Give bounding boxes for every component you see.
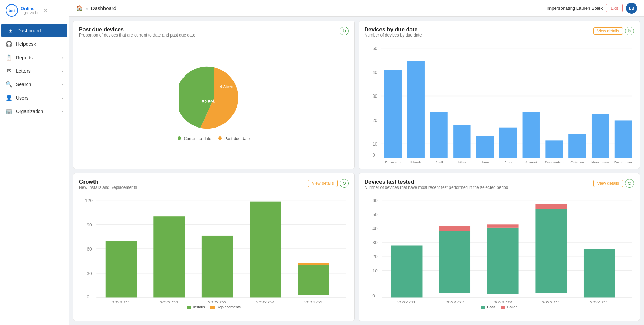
avatar: LB	[626, 3, 637, 14]
card-title: Growth	[79, 179, 137, 185]
card-subtitle: New Installs and Replacements	[79, 185, 137, 190]
svg-text:50: 50	[372, 45, 377, 51]
failed-legend-rect	[501, 306, 505, 309]
logo: bsi Online organization ⊙	[0, 0, 69, 21]
svg-text:30: 30	[372, 93, 377, 99]
dashboard-icon: ⊞	[7, 27, 14, 34]
svg-rect-52	[250, 201, 281, 297]
topbar-right: Impersonating Lauren Bolek Exit LB	[547, 3, 637, 14]
sidebar-item-search[interactable]: 🔍 Search ›	[0, 78, 69, 91]
svg-rect-34	[614, 120, 632, 158]
tested-legend: Pass Failed	[365, 305, 634, 309]
past-due-dot	[218, 136, 222, 140]
refresh-button[interactable]: ↻	[625, 27, 634, 35]
past-due-legend: Past due date	[218, 136, 250, 141]
installs-legend: Installs	[187, 305, 205, 309]
svg-rect-76	[487, 227, 518, 294]
chevron-right-icon: ›	[62, 109, 63, 113]
svg-text:2023 Q3: 2023 Q3	[208, 300, 227, 303]
svg-text:March: March	[410, 160, 421, 163]
sidebar: bsi Online organization ⊙ ⊞ Dashboard 🎧 …	[0, 0, 69, 325]
card-subtitle: Proportion of devices that are current t…	[79, 33, 195, 38]
impersonate-label: Impersonating Lauren Bolek	[547, 6, 603, 11]
sidebar-item-helpdesk[interactable]: 🎧 Helpdesk	[0, 37, 69, 51]
refresh-button[interactable]: ↻	[340, 179, 349, 188]
svg-text:December: December	[614, 160, 632, 163]
svg-rect-20	[453, 125, 470, 158]
svg-text:2023 Q2: 2023 Q2	[445, 300, 464, 303]
sidebar-item-reports[interactable]: 📋 Reports ›	[0, 51, 69, 64]
sidebar-item-dashboard[interactable]: ⊞ Dashboard	[1, 24, 67, 37]
card-subtitle: Number of devices that have most recent …	[365, 185, 508, 190]
exit-button[interactable]: Exit	[606, 4, 623, 12]
bar-chart-container: 120 90 60 30 0 2023 Q1	[79, 194, 349, 315]
svg-text:0: 0	[87, 294, 89, 299]
pie-chart: 52.5% 47.5%	[179, 64, 248, 133]
svg-text:30: 30	[372, 240, 378, 245]
growth-legend: Installs Replacements	[79, 305, 349, 309]
dashboard-grid: Past due devices Proportion of devices t…	[69, 17, 644, 325]
svg-text:60: 60	[87, 246, 92, 252]
svg-rect-54	[298, 265, 329, 295]
svg-text:2023 Q4: 2023 Q4	[542, 300, 560, 303]
svg-rect-14	[384, 70, 401, 158]
svg-text:2023 Q2: 2023 Q2	[160, 300, 178, 303]
view-details-button[interactable]: View details	[593, 27, 623, 35]
svg-rect-71	[391, 245, 422, 297]
svg-text:40: 40	[372, 226, 378, 231]
location-icon: ⊙	[43, 8, 48, 13]
bar-chart-container: 50 40 30 20 10 0 Fe	[365, 42, 634, 163]
svg-text:July: July	[504, 160, 512, 163]
sidebar-item-label: Helpdesk	[16, 41, 36, 47]
helpdesk-icon: 🎧	[6, 41, 12, 47]
svg-rect-77	[487, 224, 518, 228]
svg-text:10: 10	[372, 141, 377, 147]
pass-legend-rect	[481, 306, 485, 309]
svg-text:August: August	[525, 160, 537, 163]
svg-text:10: 10	[372, 268, 378, 273]
sidebar-item-label: Reports	[16, 55, 33, 60]
svg-text:October: October	[570, 160, 584, 163]
sidebar-item-label: Organization	[16, 109, 43, 114]
chevron-right-icon: ›	[62, 55, 63, 60]
svg-text:2024 Q1: 2024 Q1	[589, 300, 608, 303]
svg-text:April: April	[435, 160, 443, 163]
logo-subtitle: organization	[21, 11, 39, 15]
svg-text:2023 Q4: 2023 Q4	[256, 300, 275, 303]
sidebar-item-label: Search	[16, 82, 31, 87]
growth-card: Growth New Installs and Replacements Vie…	[73, 173, 355, 321]
logo-icon: bsi	[6, 4, 18, 17]
svg-text:2023 Q3: 2023 Q3	[493, 300, 512, 303]
tested-chart-svg: 60 50 40 30 20 10 0	[365, 195, 634, 303]
letters-icon: ✉	[6, 68, 12, 74]
devices-by-due-date-card: Devices by due date Number of devices by…	[359, 21, 640, 169]
organization-icon: 🏢	[6, 108, 12, 114]
breadcrumb-separator: »	[86, 6, 88, 11]
svg-rect-73	[439, 231, 470, 293]
current-legend: Current to date	[178, 136, 211, 141]
refresh-button[interactable]: ↻	[625, 179, 634, 188]
search-icon: 🔍	[6, 81, 12, 88]
home-icon[interactable]: 🏠	[76, 5, 83, 11]
past-due-devices-card: Past due devices Proportion of devices t…	[73, 21, 355, 169]
svg-rect-74	[439, 226, 470, 231]
view-details-button[interactable]: View details	[308, 180, 338, 187]
svg-text:September: September	[544, 160, 563, 163]
sidebar-item-users[interactable]: 👤 Users ›	[0, 91, 69, 104]
chevron-right-icon: ›	[62, 69, 63, 73]
svg-rect-24	[499, 128, 516, 158]
svg-text:2023 Q1: 2023 Q1	[112, 300, 130, 303]
card-header: Past due devices Proportion of devices t…	[79, 27, 349, 40]
svg-rect-79	[535, 209, 567, 293]
svg-rect-55	[298, 263, 329, 265]
sidebar-item-organization[interactable]: 🏢 Organization ›	[0, 104, 69, 118]
svg-text:20: 20	[372, 118, 377, 123]
sidebar-item-letters[interactable]: ✉ Letters ›	[0, 64, 69, 78]
pie-legend: Current to date Past due date	[178, 136, 250, 141]
refresh-button[interactable]: ↻	[340, 27, 349, 35]
users-icon: 👤	[6, 94, 12, 101]
svg-text:February: February	[385, 160, 401, 163]
svg-text:47.5%: 47.5%	[220, 84, 233, 89]
view-details-button[interactable]: View details	[593, 180, 623, 187]
svg-text:2023 Q1: 2023 Q1	[397, 300, 415, 303]
